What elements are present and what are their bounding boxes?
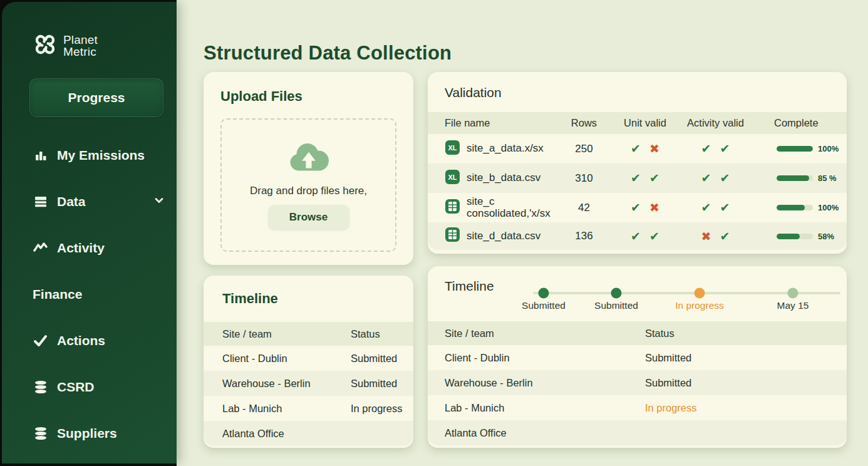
sidebar-item-suppliers[interactable]: Suppliers — [33, 423, 165, 444]
step-dot-submitted — [611, 288, 622, 299]
site-cell: Atlanta Office — [222, 428, 351, 440]
site-cell: Client - Dublin — [222, 353, 351, 365]
sidebar-item-label: Actions — [57, 333, 105, 348]
column-header-complete: Complete — [752, 117, 847, 129]
site-cell: Warehouse - Berlin — [445, 377, 645, 389]
check-icon — [631, 202, 641, 214]
sidebar-item-activity[interactable]: Activity — [33, 237, 165, 259]
table-row: Warehouse - Berlin Submitted — [204, 371, 413, 396]
progress-bar-fill — [777, 205, 805, 210]
check-icon — [720, 202, 730, 214]
browse-button[interactable]: Browse — [268, 205, 349, 230]
step-label: In progress — [675, 300, 724, 311]
sidebar-item-label: Activity — [57, 241, 105, 256]
cross-icon — [649, 143, 659, 155]
sidebar-item-data[interactable]: Data — [33, 191, 165, 212]
column-header-status: Status — [351, 328, 413, 340]
validation-table: File name Rows Unit valid Activity valid… — [428, 112, 847, 250]
sidebar-item-label: My Emissions — [57, 148, 145, 163]
table-row: Warehouse - Berlin Submitted — [428, 370, 847, 395]
site-cell: Atlanta Office — [445, 427, 645, 439]
activity-icon — [33, 241, 49, 256]
progress-bar-fill — [777, 234, 800, 239]
timeline-right-table-header: Site / team Status — [428, 321, 847, 345]
step-dot-submitted — [539, 288, 549, 299]
status-cell: In progress — [645, 402, 847, 414]
status-cell: Submitted — [351, 378, 413, 390]
progress-percent: 100% — [818, 144, 839, 153]
site-cell: Lab - Munich — [222, 403, 351, 415]
progress-bar — [777, 234, 813, 239]
upload-card-title: Upload Files — [220, 88, 396, 105]
page-title: Structured Data Collection — [204, 42, 452, 65]
status-cell: Submitted — [351, 353, 413, 365]
sidebar: PlanetMetric Progress My Emissions Data — [2, 2, 177, 463]
table-row: XL site_b_data.csv 310 85 % — [428, 163, 847, 193]
status-cell: Submitted — [645, 352, 847, 364]
file-name: site_d_data.csv — [467, 230, 540, 242]
check-icon — [631, 172, 641, 184]
progress-percent: 58% — [818, 232, 834, 241]
status-cell: Submitted — [645, 377, 847, 389]
step-label: May 15 — [777, 300, 809, 311]
bar-chart-icon — [33, 148, 49, 163]
cloud-upload-icon — [286, 141, 332, 177]
excel-file-icon: XL — [445, 140, 460, 158]
spreadsheet-file-icon — [445, 199, 460, 217]
column-header-site-team: Site / team — [222, 328, 351, 340]
rows-count: 310 — [557, 172, 611, 185]
site-cell: Warehouse - Berlin — [222, 378, 351, 390]
check-icon — [631, 143, 641, 155]
sidebar-item-finance[interactable]: Finance — [33, 284, 165, 305]
database-icon — [33, 380, 49, 395]
column-header-unit-valid: Unit valid — [611, 117, 679, 129]
check-icon — [649, 172, 659, 184]
progress-bar-fill — [777, 146, 813, 152]
progress-label: Progress — [68, 90, 125, 105]
check-icon — [720, 230, 730, 242]
sidebar-item-label: Suppliers — [57, 426, 117, 441]
timeline-left-table-header: Site / team Status — [204, 322, 413, 346]
validation-card: Validation File name Rows Unit valid Act… — [428, 72, 847, 254]
table-row: site_c consolidated,'x/sx 42 100% — [428, 193, 847, 222]
sidebar-item-actions[interactable]: Actions — [33, 330, 165, 351]
column-header-site-team: Site / team — [445, 328, 645, 339]
file-name: site_c consolidated,'x/sx — [467, 196, 554, 219]
file-name: site_a_data.x/sx — [467, 143, 544, 154]
check-icon — [649, 230, 659, 242]
validation-card-title: Validation — [445, 85, 502, 100]
table-row: XL site_a_data.x/sx 250 100% — [428, 134, 847, 163]
step-dot-in-progress — [695, 288, 705, 299]
progress-bar — [777, 146, 813, 152]
progress-percent: 100% — [818, 203, 839, 212]
step-label: Submitted — [594, 300, 638, 311]
app-window: PlanetMetric Progress My Emissions Data — [0, 0, 868, 466]
timeline-left-title: Timeline — [222, 291, 278, 307]
table-row: Atlanta Office — [204, 421, 413, 446]
table-row: Atlanta Office — [428, 420, 847, 445]
cross-icon — [701, 230, 711, 242]
progress-percent: 85 % — [818, 173, 837, 183]
site-cell: Client - Dublin — [445, 352, 645, 364]
check-icon — [701, 143, 711, 155]
table-row: Client - Dublin Submitted — [428, 345, 847, 370]
sidebar-item-label: Data — [57, 194, 86, 209]
table-row: Client - Dublin Submitted — [204, 346, 413, 371]
site-cell: Lab - Munich — [445, 402, 645, 414]
column-header-activity-valid: Activity valid — [679, 117, 752, 129]
step-label: Submitted — [522, 300, 566, 311]
chevron-down-icon[interactable] — [153, 194, 165, 210]
sidebar-item-label: CSRD — [57, 380, 95, 395]
sidebar-item-my-emissions[interactable]: My Emissions — [33, 145, 165, 166]
file-name: site_b_data.csv — [467, 172, 540, 184]
check-icon — [33, 333, 49, 348]
sidebar-menu: My Emissions Data Activity Finance — [33, 145, 165, 444]
sidebar-item-progress[interactable]: Progress — [29, 78, 163, 117]
timeline-stepper: Submitted Submitted In progress May 15 — [428, 266, 847, 321]
status-cell: In progress — [351, 403, 413, 415]
file-dropzone[interactable]: Drag and drop files here, Browse — [220, 118, 396, 252]
check-icon — [701, 172, 711, 184]
rows-count: 42 — [557, 202, 611, 214]
database-icon — [33, 426, 49, 441]
sidebar-item-csrd[interactable]: CSRD — [33, 376, 165, 398]
